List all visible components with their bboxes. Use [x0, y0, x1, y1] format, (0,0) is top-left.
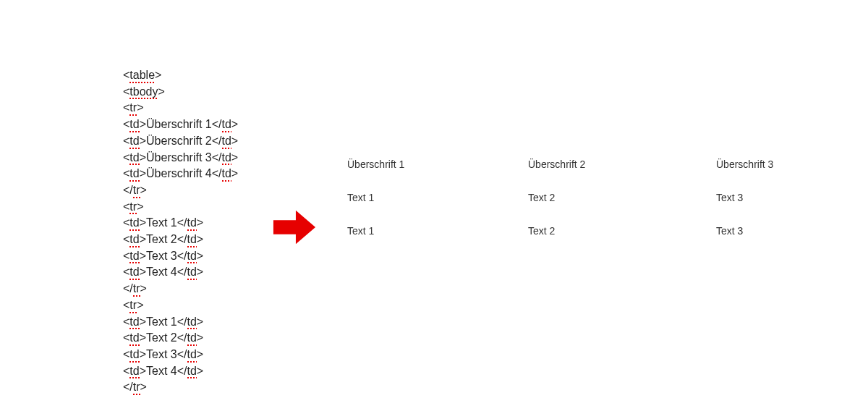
code-line: <td>Überschrift 2</td> [123, 133, 238, 150]
spellcheck-squiggle: td [187, 248, 197, 265]
code-line: <td>Überschrift 1</td> [123, 117, 238, 133]
spellcheck-squiggle: td [129, 150, 139, 166]
spellcheck-squiggle: td [129, 215, 139, 232]
code-line: </tr> [123, 379, 238, 396]
table-cell: Text 2 [528, 181, 716, 214]
spellcheck-squiggle: td [129, 166, 139, 182]
code-line: <td>Text 1</td> [123, 314, 238, 331]
code-line: <table> [123, 67, 238, 84]
document-stage: <table><tbody><tr><td>Überschrift 1</td>… [0, 0, 868, 398]
spellcheck-squiggle: tbody [129, 84, 158, 101]
spellcheck-squiggle: td [129, 264, 139, 281]
rendered-table: Überschrift 1 Überschrift 2 Überschrift … [347, 148, 854, 247]
spellcheck-squiggle: td [187, 363, 197, 380]
spellcheck-squiggle: tr [129, 100, 137, 117]
spellcheck-squiggle: td [129, 117, 139, 133]
table-row: Text 1 Text 2 Text 3 [347, 214, 854, 247]
table-cell: Text 1 [347, 181, 528, 214]
table-row: Text 1 Text 2 Text 3 [347, 181, 854, 214]
table-cell: Überschrift 1 [347, 148, 528, 181]
table-cell: Text 1 [347, 214, 528, 247]
spellcheck-squiggle: td [129, 133, 139, 150]
code-line: <td>Text 4</td> [123, 264, 238, 281]
spellcheck-squiggle: td [187, 264, 197, 281]
spellcheck-squiggle: tr [129, 199, 137, 216]
spellcheck-squiggle: tr [133, 281, 140, 297]
code-line: <tr> [123, 100, 238, 117]
table-cell: Überschrift 2 [528, 148, 716, 181]
spellcheck-squiggle: td [129, 232, 139, 248]
code-line: <td>Text 2</td> [123, 232, 238, 248]
spellcheck-squiggle: td [129, 363, 139, 380]
code-line: <td>Text 4</td> [123, 363, 238, 380]
code-line: <td>Überschrift 3</td> [123, 150, 238, 166]
table-row: Überschrift 1 Überschrift 2 Überschrift … [347, 148, 854, 181]
spellcheck-squiggle: td [187, 215, 197, 232]
table-cell: Text 3 [716, 181, 854, 214]
table-cell: Text 3 [716, 214, 854, 247]
spellcheck-squiggle: td [187, 232, 197, 248]
spellcheck-squiggle: td [129, 248, 139, 265]
spellcheck-squiggle: td [129, 314, 139, 331]
code-line: <td>Überschrift 4</td> [123, 166, 238, 182]
table-cell: Überschrift 3 [716, 148, 854, 181]
spellcheck-squiggle: td [187, 330, 197, 347]
spellcheck-squiggle: tr [133, 182, 140, 199]
spellcheck-squiggle: td [222, 150, 231, 166]
spellcheck-squiggle: td [129, 347, 139, 363]
svg-marker-0 [273, 211, 315, 245]
code-line: <tr> [123, 297, 238, 314]
spellcheck-squiggle: td [222, 166, 231, 182]
code-line: <td>Text 2</td> [123, 330, 238, 347]
code-line: <tbody> [123, 84, 238, 101]
code-line: <td>Text 1</td> [123, 215, 238, 232]
spellcheck-squiggle: td [187, 347, 197, 363]
arrow-icon [272, 205, 317, 250]
code-line: <td>Text 3</td> [123, 248, 238, 265]
spellcheck-squiggle: tr [133, 379, 140, 396]
spellcheck-squiggle: td [222, 133, 231, 150]
table-cell: Text 2 [528, 214, 716, 247]
spellcheck-squiggle: td [222, 117, 231, 133]
spellcheck-squiggle: table [129, 67, 155, 84]
code-line: <tr> [123, 199, 238, 216]
code-line: <td>Text 3</td> [123, 347, 238, 363]
code-line: </tr> [123, 182, 238, 199]
spellcheck-squiggle: td [187, 314, 197, 331]
spellcheck-squiggle: tr [129, 297, 137, 314]
code-line: </tr> [123, 281, 238, 297]
code-block: <table><tbody><tr><td>Überschrift 1</td>… [123, 67, 238, 396]
spellcheck-squiggle: td [129, 330, 139, 347]
